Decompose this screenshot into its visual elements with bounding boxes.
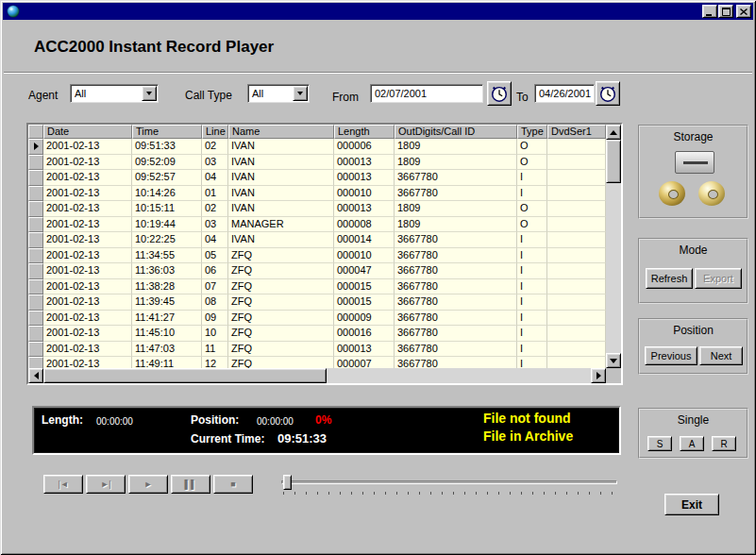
table-row[interactable]: 2001-02-1309:52:5704IVAN0000133667780I xyxy=(28,170,606,186)
grid-cell[interactable]: I xyxy=(517,311,547,327)
skip-to-start-button[interactable]: |◄ xyxy=(43,475,83,494)
grid-cell[interactable]: 03 xyxy=(202,217,228,233)
row-selector[interactable] xyxy=(28,279,43,295)
grid-cell[interactable] xyxy=(547,279,606,295)
grid-cell[interactable]: O xyxy=(517,217,547,233)
grid-cell[interactable]: ZFQ xyxy=(228,263,334,279)
grid-cell[interactable]: I xyxy=(517,326,547,342)
grid-cell[interactable]: 08 xyxy=(202,294,228,311)
row-selector[interactable] xyxy=(28,155,43,171)
grid-cell[interactable]: IVAN xyxy=(228,201,334,217)
grid-cell[interactable]: O xyxy=(517,139,547,155)
row-selector[interactable] xyxy=(28,326,43,342)
grid-cell[interactable]: 3667780 xyxy=(395,263,517,279)
to-date-input[interactable] xyxy=(534,84,595,103)
single-s-button[interactable]: S xyxy=(647,436,672,451)
pause-button[interactable]: ▌▌ xyxy=(171,475,210,494)
table-row[interactable]: 2001-02-1311:38:2807ZFQ0000153667780I xyxy=(28,279,606,295)
grid-cell[interactable]: O xyxy=(517,201,547,217)
grid-cell[interactable]: 02 xyxy=(202,139,228,155)
grid-cell[interactable]: 3667780 xyxy=(395,186,517,202)
table-row[interactable]: 2001-02-1310:14:2601IVAN0000103667780I xyxy=(28,186,606,202)
column-header[interactable]: Time xyxy=(132,125,202,139)
grid-cell[interactable]: ZFQ xyxy=(228,326,334,342)
grid-cell[interactable]: ZFQ xyxy=(228,279,334,295)
horizontal-scrollbar-thumb[interactable] xyxy=(43,368,327,383)
grid-cell[interactable]: ZFQ xyxy=(228,357,334,368)
table-row[interactable]: 2001-02-1311:45:1010ZFQ0000163667780I xyxy=(28,326,606,342)
scroll-down-button[interactable] xyxy=(606,353,621,368)
grid-cell[interactable]: 10 xyxy=(202,326,228,342)
grid-cell[interactable]: 11:34:55 xyxy=(132,248,202,264)
grid-cell[interactable]: 3667780 xyxy=(395,170,517,186)
grid-cell[interactable]: 000013 xyxy=(334,155,395,171)
grid-cell[interactable]: 3667780 xyxy=(395,357,517,368)
grid-cell[interactable] xyxy=(547,232,606,248)
agent-select[interactable]: All xyxy=(70,84,159,103)
grid-cell[interactable]: 000013 xyxy=(334,201,395,217)
grid-cell[interactable]: I xyxy=(517,232,547,248)
column-header[interactable]: DvdSer1 xyxy=(547,125,606,139)
grid-cell[interactable]: 000014 xyxy=(334,232,395,248)
grid-cell[interactable]: MANAGER xyxy=(228,217,334,233)
call-type-dropdown-button[interactable] xyxy=(293,86,308,101)
column-header[interactable]: OutDigits/Call ID xyxy=(395,125,517,139)
grid-cell[interactable]: 10:19:44 xyxy=(132,217,202,233)
row-selector[interactable] xyxy=(28,357,43,368)
grid-cell[interactable]: IVAN xyxy=(228,186,334,202)
grid-cell[interactable]: 11:49:11 xyxy=(132,357,202,368)
close-button[interactable] xyxy=(736,5,751,18)
column-header[interactable]: Name xyxy=(228,125,334,139)
grid-cell[interactable]: 000047 xyxy=(334,263,395,279)
grid-cell[interactable]: 3667780 xyxy=(395,311,517,327)
exit-button[interactable]: Exit xyxy=(664,494,719,515)
grid-cell[interactable]: 11:39:45 xyxy=(132,294,202,311)
grid-cell[interactable]: IVAN xyxy=(228,155,334,171)
table-row[interactable]: 2001-02-1310:19:4403MANAGER0000081809O xyxy=(28,217,606,233)
row-selector[interactable] xyxy=(28,186,43,202)
grid-cell[interactable]: 10:15:11 xyxy=(132,201,202,217)
refresh-button[interactable]: Refresh xyxy=(646,268,693,289)
grid-cell[interactable]: 000016 xyxy=(334,326,395,342)
grid-cell[interactable]: IVAN xyxy=(228,232,334,248)
grid-cell[interactable]: 000013 xyxy=(334,342,395,358)
next-button[interactable]: Next xyxy=(699,346,743,365)
grid-cell[interactable] xyxy=(547,155,606,171)
grid-cell[interactable]: IVAN xyxy=(228,170,334,186)
grid-cell[interactable]: 06 xyxy=(202,263,228,279)
grid-cell[interactable]: 2001-02-13 xyxy=(43,326,132,342)
cd-disc-icon[interactable] xyxy=(698,181,725,206)
grid-cell[interactable]: ZFQ xyxy=(228,248,334,264)
grid-cell[interactable]: 09:52:09 xyxy=(132,155,202,171)
to-date-picker-button[interactable] xyxy=(596,81,620,106)
grid-cell[interactable]: 11:36:03 xyxy=(132,263,202,279)
vertical-scrollbar[interactable] xyxy=(606,125,621,368)
grid-cell[interactable]: 11:47:03 xyxy=(132,342,202,358)
from-date-input[interactable] xyxy=(370,84,483,103)
horizontal-scrollbar[interactable] xyxy=(28,368,606,383)
grid-cell[interactable]: 000010 xyxy=(334,248,395,264)
table-row[interactable]: 2001-02-1310:22:2504IVAN0000143667780I xyxy=(28,232,606,248)
grid-cell[interactable]: 000009 xyxy=(334,311,395,327)
grid-cell[interactable]: 000013 xyxy=(334,170,395,186)
grid-cell[interactable]: I xyxy=(517,248,547,264)
agent-dropdown-button[interactable] xyxy=(142,86,157,101)
grid-cell[interactable] xyxy=(547,201,606,217)
grid-cell[interactable]: 1809 xyxy=(395,155,517,171)
grid-cell[interactable] xyxy=(547,294,606,311)
row-selector[interactable] xyxy=(28,139,43,155)
grid-cell[interactable] xyxy=(547,342,606,358)
export-button[interactable]: Export xyxy=(695,268,742,289)
grid-cell[interactable]: 1809 xyxy=(395,217,517,233)
grid-cell[interactable]: 3667780 xyxy=(395,232,517,248)
column-header[interactable]: Line xyxy=(202,125,228,139)
column-header[interactable]: Type xyxy=(517,125,547,139)
grid-cell[interactable]: 3667780 xyxy=(395,294,517,311)
grid-cell[interactable]: 04 xyxy=(202,232,228,248)
grid-cell[interactable]: 2001-02-13 xyxy=(43,357,132,368)
table-row[interactable]: 2001-02-1311:34:5505ZFQ0000103667780I xyxy=(28,248,606,264)
grid-cell[interactable]: 2001-02-13 xyxy=(43,139,132,155)
row-selector[interactable] xyxy=(28,311,43,327)
grid-cell[interactable]: 2001-02-13 xyxy=(43,170,132,186)
row-selector[interactable] xyxy=(28,217,43,233)
